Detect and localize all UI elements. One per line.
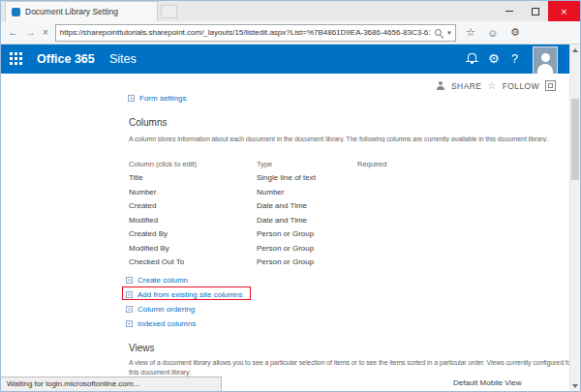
url-text: https://sharepointtutorials.sharepoint.c… [60,28,430,37]
help-button[interactable]: ? [511,51,518,67]
add-from-existing-site-columns-row: Add from existing site columns [126,290,243,299]
office365-brand-link[interactable]: Office 365 [37,45,95,74]
column-type: Number [257,188,357,196]
settings-bullet-icon [128,95,135,102]
browser-window: Document Library Setting × ← → × https:/… [0,0,581,392]
column-ordering-row: Column ordering [126,305,195,314]
form-settings-row: Form settings [128,94,186,103]
search-icon[interactable] [434,28,443,38]
header-column-name: Column (click to edit) [129,160,257,168]
views-table-header-default-mobile-view: Default Mobile View [453,378,522,387]
settings-gear-icon[interactable]: ⚙ [488,51,500,67]
columns-section-description: A column stores information about each d… [129,136,576,142]
form-settings-link[interactable]: Form settings [139,94,186,103]
header-column-type: Type [257,160,357,168]
column-name-link[interactable]: Title [129,173,257,182]
maximize-icon [532,8,539,15]
table-row: Title Single line of text [129,171,448,186]
forward-button[interactable]: → [25,27,36,38]
columns-section-heading: Columns [129,117,167,128]
column-type: Single line of text [257,173,357,182]
sites-nav-link[interactable]: Sites [109,45,137,74]
column-name-link[interactable]: Checked Out To [129,257,257,266]
header-column-required: Required [357,160,448,168]
follow-star-icon: ☆ [487,80,496,91]
settings-bullet-icon [126,291,133,298]
table-row: Number Number [129,185,448,199]
window-controls: × [496,1,580,21]
avatar-head [541,53,550,62]
column-name-link[interactable]: Created By [129,229,257,238]
settings-bullet-icon [126,277,133,284]
feedback-smiley-icon[interactable]: ☺ [485,27,501,39]
column-type: Person or Group [257,229,357,238]
bell-shape [468,53,476,61]
address-bar: ← → × https://sharepointtutorials.sharep… [1,21,580,45]
close-button[interactable]: × [548,1,580,21]
maximize-button[interactable] [522,1,548,21]
follow-button[interactable]: FOLLOW [503,81,539,91]
column-ordering-link[interactable]: Column ordering [138,305,195,314]
scrollbar-thumb[interactable] [571,99,579,180]
back-button[interactable]: ← [8,27,18,38]
settings-bullet-icon [126,306,133,313]
table-row: Modified Date and Time [129,213,448,227]
stop-button[interactable]: × [43,28,48,38]
add-from-existing-site-columns-link[interactable]: Add from existing site columns [138,290,243,299]
create-column-link[interactable]: Create column [138,276,188,285]
tab-title: Document Library Setting [25,7,118,16]
share-icon [436,81,445,91]
column-type: Person or Group [257,244,357,253]
bell-clapper [471,62,474,64]
indexed-columns-row: Indexed columns [126,319,196,328]
focus-on-content-icon[interactable] [545,80,556,91]
vertical-scrollbar[interactable] [569,45,580,391]
scroll-up-arrow-icon[interactable] [570,45,580,55]
indexed-columns-link[interactable]: Indexed columns [138,319,196,328]
table-row: Created Date and Time [129,199,448,214]
views-section-heading: Views [129,343,155,353]
page-content: SHARE ☆ FOLLOW Form settings Columns A c… [1,74,569,391]
favorites-star-icon[interactable]: ☆ [463,26,478,39]
column-name-link[interactable]: Modified [129,216,257,225]
browser-settings-gear-icon[interactable]: ⚙ [507,26,523,39]
app-launcher-icon[interactable] [10,52,22,65]
new-tab-button[interactable] [161,5,177,18]
column-name-link[interactable]: Modified By [129,244,257,253]
notifications-bell-icon[interactable] [465,52,478,66]
status-bar: Waiting for login.microsoftonline.com... [1,377,222,391]
settings-bullet-icon [126,320,133,327]
column-type: Person or Group [257,257,357,266]
table-row: Created By Person or Group [129,227,448,242]
table-row: Checked Out To Person or Group [129,256,448,270]
share-button[interactable]: SHARE [451,81,481,91]
office365-suite-bar: Office 365 Sites ⚙ ? [1,45,580,74]
minimize-icon [505,11,513,12]
column-type: Date and Time [257,201,357,210]
page-action-bar: SHARE ☆ FOLLOW [436,80,556,91]
tab-favicon-icon [12,8,20,16]
columns-table-header: Column (click to edit) Type Required [129,157,448,171]
url-field[interactable]: https://sharepointtutorials.sharepoint.c… [55,24,456,42]
columns-table: Column (click to edit) Type Required Tit… [129,157,448,269]
url-dropdown-icon[interactable]: ▾ [447,29,451,37]
minimize-button[interactable] [496,1,522,21]
scroll-down-arrow-icon[interactable] [570,380,580,391]
browser-tab[interactable]: Document Library Setting [5,1,158,21]
column-type: Date and Time [257,216,357,225]
browser-titlebar: Document Library Setting × [1,1,580,21]
create-column-row: Create column [126,276,188,285]
views-section-description: A view of a document library allows you … [129,358,576,377]
user-avatar[interactable] [533,46,558,76]
table-row: Modified By Person or Group [129,241,448,256]
column-name-link[interactable]: Number [129,188,257,196]
column-name-link[interactable]: Created [129,201,257,210]
